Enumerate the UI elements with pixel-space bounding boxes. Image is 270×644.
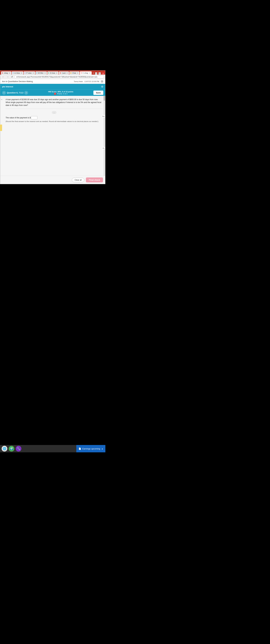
tab-how[interactable]: m How ✕ [12, 72, 23, 74]
minimize-button[interactable]: — [95, 72, 97, 74]
question-body: A loan payment of $1500.00 was due 20 da… [6, 98, 103, 123]
tab-ijust[interactable]: I just ✕ [59, 72, 69, 74]
prev-question-button[interactable]: < [2, 91, 6, 95]
sticky-note [0, 124, 2, 131]
tab-favicon-1 [2, 72, 3, 74]
answer-section: The value of the payment is $ (Round the… [6, 116, 103, 123]
scroll-indicator[interactable] [104, 96, 105, 176]
instruction-text: (Round the final answer to the nearest c… [6, 120, 103, 123]
maximize-button[interactable]: □ [98, 72, 101, 74]
save-button[interactable]: Save [94, 90, 103, 95]
browser-window: cheg ✕ m How ✕ P view ✕ W Wor ✕ G how ✕ … [0, 70, 106, 184]
page-header-right: Tareq Halat 11/07/23 10:09 PM ? [74, 80, 103, 83]
earnings-notification[interactable]: 📄 Earnings upcoming ▲ [76, 445, 106, 452]
settings-icon[interactable]: ⚙ [101, 85, 103, 88]
tab-favicon-8 [81, 72, 82, 74]
chevron-up-icon: ▲ [102, 448, 103, 450]
help-icon[interactable]: ? [101, 80, 103, 83]
user-name: Tareq Halat [74, 80, 83, 82]
answer-prefix-label: The value of the payment is $ [6, 116, 31, 119]
tab-close-3[interactable]: ✕ [32, 72, 34, 74]
taskbar: 🌐 🌍 🔧 📄 Earnings upcoming ▲ [0, 445, 106, 452]
earnings-label: Earnings upcoming [82, 448, 100, 450]
tab-cheg-1[interactable]: cheg ✕ [1, 72, 11, 74]
tab-close-5[interactable]: ✕ [56, 72, 57, 74]
taskbar-chrome-icon[interactable]: 🌐 [2, 446, 7, 452]
tab-label-1: cheg [4, 72, 8, 74]
question-score-info: HW Score: 40%, 6 of 15 points ✕ Points: … [48, 91, 74, 95]
ns-label: ns, [102, 147, 105, 149]
page-header: tion to Quantitative Decision-Making Tar… [0, 79, 105, 84]
inc-label: Inc [102, 115, 105, 118]
tab-close-1[interactable]: ✕ [9, 72, 10, 74]
window-controls: — □ ✕ [95, 72, 104, 74]
question-label: Question 6, 7.5.3 [7, 92, 23, 94]
tab-view[interactable]: P view ✕ [24, 72, 35, 74]
answer-input[interactable] [31, 116, 37, 119]
points-label: Points: 0 of 2 [57, 93, 68, 95]
tab-label-7: Chat [72, 72, 76, 74]
points-info: ✕ Points: 0 of 2 [54, 93, 68, 95]
hw-score-label: HW Score: 40%, 6 of 15 points [48, 91, 74, 93]
x-badge: ✕ [54, 93, 56, 95]
address-bar: ← → ↺ erHomework.aspx?homeworkId=6618591… [0, 74, 105, 79]
tab-close-7[interactable]: ✕ [77, 72, 78, 74]
clear-all-button[interactable]: Clear all [72, 178, 84, 182]
address-input[interactable]: erHomework.aspx?homeworkId=661859173&que… [14, 75, 104, 78]
tab-favicon-6 [60, 72, 61, 74]
close-button[interactable]: ✕ [102, 72, 104, 74]
tab-cheg-active[interactable]: C cheg ✕ [80, 72, 92, 74]
course-title: ple Interest [2, 86, 13, 88]
tab-word[interactable]: W Wor ✕ [36, 72, 47, 74]
question-content: ← A loan payment of $1500.00 was due 20 … [0, 96, 105, 176]
tab-chat[interactable]: Chat ✕ [69, 72, 80, 74]
tab-favicon-7 [70, 72, 71, 74]
final-check-button[interactable]: Final check [86, 178, 103, 182]
question-nav-controls: < Question 6, 7.5.3 > [2, 91, 28, 95]
tab-favicon-3 [25, 72, 25, 74]
dots-menu-button[interactable]: ... [52, 111, 56, 114]
taskbar-app-icon[interactable]: 🔧 [16, 446, 22, 452]
answer-input-wrapper: The value of the payment is $ [6, 116, 37, 119]
next-question-button[interactable]: > [24, 91, 28, 95]
tab-label-8: C cheg [82, 72, 88, 74]
back-arrow-icon[interactable]: ← [0, 98, 3, 101]
tab-close-4[interactable]: ✕ [44, 72, 46, 74]
new-tab-button[interactable]: + [92, 72, 95, 74]
page-date: 11/07/23 10:09 PM [84, 80, 99, 82]
tab-close-2[interactable]: ✕ [21, 72, 22, 74]
tab-close-8[interactable]: ✕ [89, 72, 90, 74]
back-button[interactable]: ← [2, 75, 5, 78]
scroll-thumb[interactable] [104, 96, 105, 100]
tab-favicon-5 [48, 72, 49, 74]
earnings-icon: 📄 [78, 448, 81, 450]
tab-label-2: m How [14, 72, 20, 74]
tabs-container: cheg ✕ m How ✕ P view ✕ W Wor ✕ G how ✕ … [0, 70, 105, 74]
tab-favicon-4 [37, 72, 37, 74]
tab-label-4: W Wor [38, 72, 44, 74]
tab-label-6: I just [62, 72, 66, 74]
tab-favicon-2 [13, 72, 13, 74]
tab-label-3: P view [26, 72, 32, 74]
question-nav: < Question 6, 7.5.3 > HW Score: 40%, 6 o… [0, 90, 105, 96]
taskbar-earth-icon[interactable]: 🌍 [8, 446, 14, 452]
tab-label-5: G how [50, 72, 55, 74]
page-title: tion to Quantitative Decision-Making [2, 80, 33, 82]
forward-button[interactable]: → [6, 75, 10, 78]
tab-close-6[interactable]: ✕ [66, 72, 68, 74]
question-text: A loan payment of $1500.00 was due 20 da… [6, 98, 103, 109]
tab-google[interactable]: G how ✕ [47, 72, 58, 74]
action-bar: Clear all Final check [0, 176, 105, 184]
course-bar: ple Interest ⚙ [0, 84, 105, 90]
reload-button[interactable]: ↺ [10, 75, 14, 78]
